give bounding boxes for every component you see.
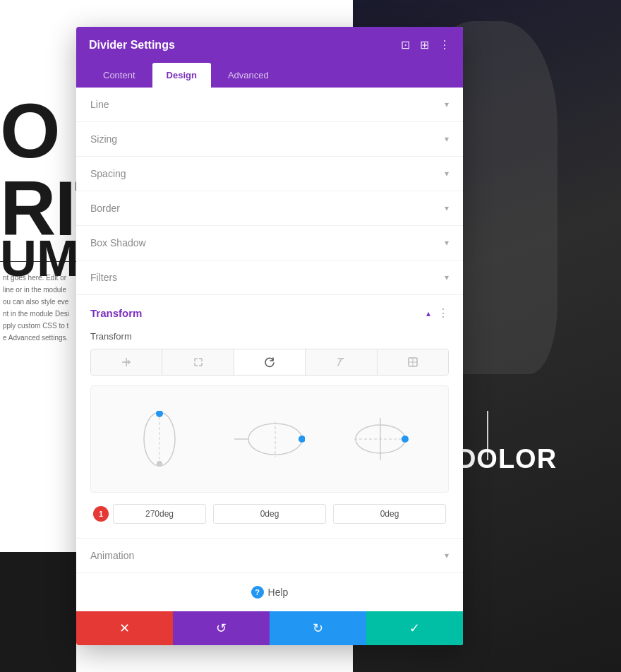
panel-header: Divider Settings ⊡ ⊞ ⋮	[76, 27, 463, 63]
bg-bottom-black	[0, 552, 76, 672]
section-border: Border ▾	[76, 191, 463, 226]
fullscreen-icon[interactable]: ⊡	[401, 38, 410, 52]
transform-input-group-1: 1	[93, 504, 206, 524]
panel-footer: ✕ ↺ ↻ ✓	[76, 611, 463, 645]
section-animation-chevron: ▾	[445, 551, 449, 560]
section-transform-header[interactable]: Transform ▴ ⋮	[76, 295, 463, 331]
diagram-y-rotation	[231, 400, 308, 478]
divider-settings-panel: Divider Settings ⊡ ⊞ ⋮ Content Design Ad…	[76, 27, 463, 645]
tab-design[interactable]: Design	[152, 63, 211, 88]
transform-body: Transform	[76, 331, 463, 538]
section-line: Line ▾	[76, 88, 463, 122]
section-spacing: Spacing ▾	[76, 157, 463, 191]
redo-button[interactable]: ↻	[270, 611, 366, 645]
section-border-label: Border	[90, 203, 120, 214]
help-row[interactable]: ? Help	[76, 573, 463, 611]
section-transform-title: Transform	[90, 307, 142, 319]
section-sizing-header[interactable]: Sizing ▾	[76, 122, 463, 156]
section-sizing: Sizing ▾	[76, 122, 463, 157]
cancel-button[interactable]: ✕	[76, 611, 173, 645]
section-transform: Transform ▴ ⋮ Transform	[76, 295, 463, 539]
svg-point-3	[156, 411, 163, 417]
section-box-shadow-chevron: ▾	[445, 238, 449, 248]
transform-input-badge: 1	[93, 506, 109, 522]
transform-input-group-3	[333, 504, 446, 524]
section-spacing-chevron: ▾	[445, 169, 449, 179]
panel-header-icons: ⊡ ⊞ ⋮	[401, 38, 450, 52]
transform-input-1[interactable]	[113, 504, 206, 524]
panel-title: Divider Settings	[89, 39, 175, 52]
transform-input-3[interactable]	[333, 504, 446, 524]
section-filters-chevron: ▾	[445, 272, 449, 282]
section-box-shadow-label: Box Shadow	[90, 237, 146, 248]
svg-point-4	[157, 461, 162, 467]
svg-point-12	[402, 436, 409, 443]
transform-header-right: ▴ ⋮	[426, 306, 449, 320]
section-line-label: Line	[90, 99, 109, 110]
section-line-header[interactable]: Line ▾	[76, 88, 463, 121]
rotation-visualizer	[90, 385, 449, 493]
section-filters-label: Filters	[90, 272, 117, 283]
transform-menu-icon[interactable]: ⋮	[438, 306, 449, 320]
transform-input-group-2	[213, 504, 326, 524]
more-icon[interactable]: ⋮	[439, 38, 450, 52]
section-spacing-label: Spacing	[90, 168, 126, 179]
section-animation-label: Animation	[90, 550, 134, 561]
help-icon: ?	[251, 586, 264, 599]
section-box-shadow: Box Shadow ▾	[76, 226, 463, 260]
transform-tab-origin[interactable]	[378, 349, 448, 375]
section-sizing-chevron: ▾	[445, 134, 449, 144]
transform-input-2[interactable]	[213, 504, 326, 524]
help-label: Help	[268, 587, 289, 598]
transform-sublabel: Transform	[90, 331, 449, 342]
bg-body-text: nt goes here. Edit or line or in the mod…	[0, 272, 76, 344]
section-animation: Animation ▾	[76, 539, 463, 573]
transform-tab-skew[interactable]	[306, 349, 377, 375]
transform-chevron-icon: ▴	[426, 308, 430, 318]
transform-tab-move[interactable]	[91, 349, 162, 375]
section-line-chevron: ▾	[445, 100, 449, 109]
undo-button[interactable]: ↺	[173, 611, 270, 645]
section-filters-header[interactable]: Filters ▾	[76, 260, 463, 294]
panel-tabs: Content Design Advanced	[76, 63, 463, 88]
section-box-shadow-header[interactable]: Box Shadow ▾	[76, 226, 463, 260]
diagram-x-rotation	[121, 400, 199, 478]
save-button[interactable]: ✓	[366, 611, 463, 645]
tab-content[interactable]: Content	[89, 63, 150, 88]
section-border-header[interactable]: Border ▾	[76, 191, 463, 225]
section-filters: Filters ▾	[76, 260, 463, 295]
svg-point-8	[299, 436, 305, 443]
section-sizing-label: Sizing	[90, 133, 117, 145]
transform-mode-tabs	[90, 349, 449, 376]
transform-inputs-row: 1	[90, 504, 449, 524]
transform-tab-rotate[interactable]	[234, 349, 306, 375]
diagram-z-rotation	[340, 400, 418, 478]
layout-icon[interactable]: ⊞	[420, 38, 429, 52]
section-spacing-header[interactable]: Spacing ▾	[76, 157, 463, 191]
panel-body: Line ▾ Sizing ▾ Spacing ▾ Border ▾	[76, 88, 463, 645]
section-animation-header[interactable]: Animation ▾	[76, 539, 463, 572]
tab-advanced[interactable]: Advanced	[214, 63, 283, 88]
transform-tab-scale[interactable]	[162, 349, 234, 375]
section-border-chevron: ▾	[445, 203, 449, 213]
